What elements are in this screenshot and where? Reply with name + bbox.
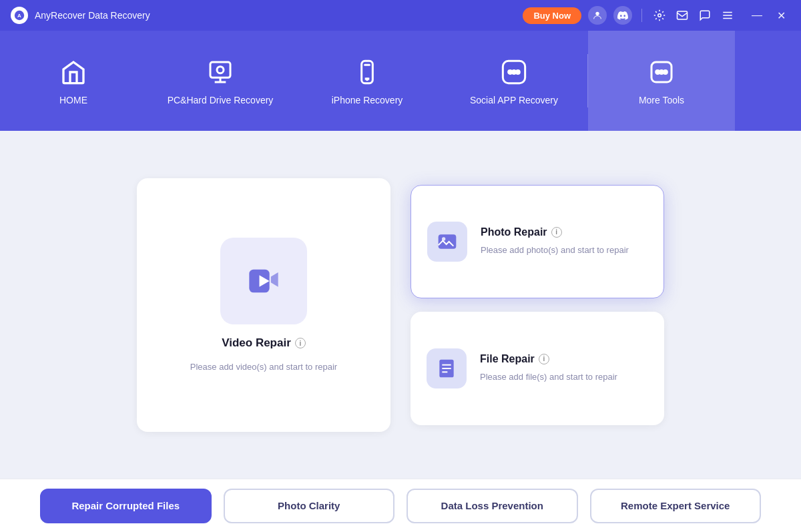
nav-more-label: More Tools	[639, 95, 684, 105]
social-icon	[498, 56, 530, 88]
svg-point-17	[656, 71, 659, 74]
photo-repair-card[interactable]: Photo Repair i Please add photo(s) and s…	[411, 185, 664, 298]
cards-right: Photo Repair i Please add photo(s) and s…	[411, 185, 664, 425]
file-repair-info: File Repair i Please add file(s) and sta…	[480, 353, 648, 384]
titlebar: A AnyRecover Data Recovery Buy Now — ✕	[0, 0, 801, 31]
discord-icon[interactable]	[613, 6, 632, 25]
video-repair-title: Video Repair i	[222, 336, 306, 350]
photo-repair-info: Photo Repair i Please add photo(s) and s…	[481, 226, 647, 257]
nav-pc-drive[interactable]: PC&Hard Drive Recovery	[147, 31, 294, 131]
remote-expert-button[interactable]: Remote Expert Service	[590, 489, 762, 523]
svg-point-3	[658, 14, 661, 17]
video-info-icon[interactable]: i	[295, 338, 306, 348]
chat-icon[interactable]	[697, 7, 713, 23]
nav-social-label: Social APP Recovery	[470, 95, 558, 105]
nav-iphone[interactable]: iPhone Recovery	[294, 31, 441, 131]
svg-point-18	[660, 71, 663, 74]
photo-repair-icon	[427, 222, 467, 262]
navbar: HOME PC&Hard Drive Recovery iPhone Recov…	[0, 31, 801, 131]
file-repair-title: File Repair i	[480, 353, 648, 365]
close-button[interactable]: ✕	[772, 6, 790, 25]
home-icon	[57, 56, 89, 88]
svg-point-11	[366, 79, 368, 80]
svg-point-14	[513, 71, 516, 74]
minimize-button[interactable]: —	[748, 6, 766, 25]
video-repair-card[interactable]: Video Repair i Please add video(s) and s…	[137, 178, 390, 432]
data-loss-button[interactable]: Data Loss Prevention	[407, 489, 578, 523]
svg-point-19	[663, 71, 667, 74]
svg-point-9	[217, 67, 224, 73]
nav-social[interactable]: Social APP Recovery	[441, 31, 587, 131]
file-repair-desc: Please add file(s) and start to repair	[480, 370, 648, 384]
separator	[641, 9, 642, 22]
nav-pc-label: PC&Hard Drive Recovery	[168, 95, 274, 105]
svg-text:A: A	[17, 13, 21, 19]
file-repair-icon	[427, 348, 467, 388]
bottombar: Repair Corrupted Files Photo Clarity Dat…	[0, 479, 801, 532]
app-logo: A	[11, 7, 28, 24]
svg-point-15	[516, 71, 519, 74]
nav-home[interactable]: HOME	[0, 31, 147, 131]
buy-now-button[interactable]: Buy Now	[523, 7, 581, 24]
svg-rect-4	[678, 11, 688, 19]
svg-point-13	[509, 71, 512, 74]
main-content: Video Repair i Please add video(s) and s…	[0, 131, 801, 479]
video-repair-icon	[220, 238, 307, 324]
video-repair-desc: Please add video(s) and start to repair	[190, 362, 337, 372]
svg-point-2	[595, 12, 599, 15]
more-tools-icon	[645, 56, 678, 88]
repair-corrupted-button[interactable]: Repair Corrupted Files	[40, 489, 212, 523]
nav-iphone-label: iPhone Recovery	[332, 95, 403, 105]
nav-more-tools[interactable]: More Tools	[588, 31, 735, 131]
photo-repair-title: Photo Repair i	[481, 226, 647, 238]
hamburger-icon[interactable]	[720, 7, 736, 23]
pc-drive-icon	[204, 56, 236, 88]
user-icon[interactable]	[588, 6, 607, 25]
file-repair-card[interactable]: File Repair i Please add file(s) and sta…	[411, 312, 664, 425]
mail-icon[interactable]	[674, 7, 690, 23]
svg-rect-8	[210, 62, 230, 77]
photo-info-icon[interactable]: i	[551, 227, 562, 238]
iphone-icon	[351, 56, 383, 88]
nav-home-label: HOME	[59, 95, 87, 105]
window-controls: — ✕	[748, 6, 790, 25]
titlebar-actions: Buy Now — ✕	[523, 6, 790, 25]
photo-clarity-button[interactable]: Photo Clarity	[224, 489, 395, 523]
photo-repair-desc: Please add photo(s) and start to repair	[481, 244, 647, 257]
app-title: AnyRecover Data Recovery	[35, 10, 523, 21]
file-info-icon[interactable]: i	[539, 354, 549, 364]
settings-icon[interactable]	[651, 7, 668, 23]
